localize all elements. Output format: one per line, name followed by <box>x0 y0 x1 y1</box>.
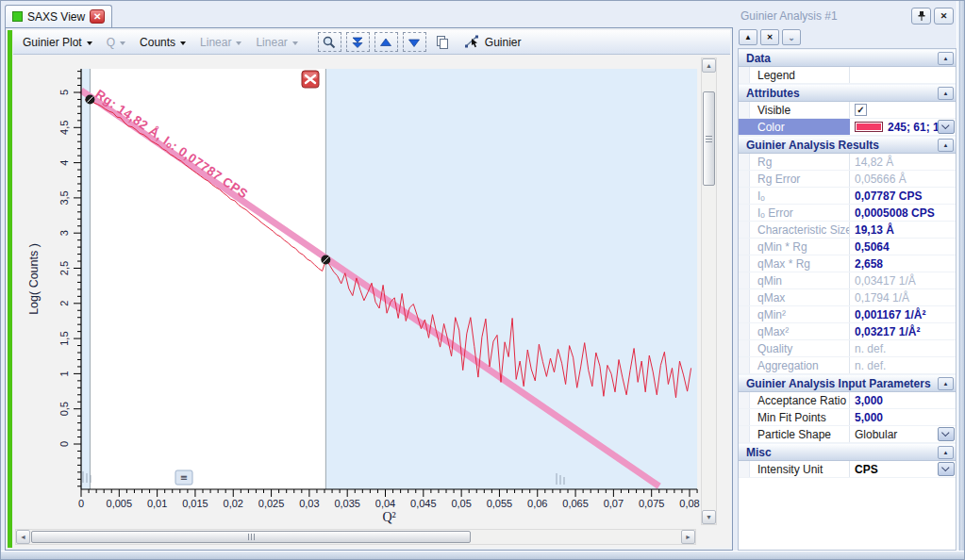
zoom-tool-button[interactable] <box>318 32 341 52</box>
property-value[interactable]: Globular <box>850 426 956 442</box>
row-indent <box>739 239 750 255</box>
property-value[interactable]: 0,0005008 CPS <box>850 205 956 221</box>
property-value[interactable]: 2,658 <box>850 255 956 272</box>
plot-type-dropdown[interactable]: Guinier Plot <box>17 34 98 51</box>
panel-toolbar: ▲ ✕ ⌄ <box>738 26 957 48</box>
fit-range-marker-2[interactable] <box>321 255 330 265</box>
move-down-button[interactable] <box>403 32 426 52</box>
svg-text:0,025: 0,025 <box>258 498 285 509</box>
property-value-text: CPS <box>855 463 878 476</box>
section-title: Guinier Analysis Input Parameters <box>746 377 938 390</box>
tab-close-icon[interactable]: ✕ <box>90 9 105 24</box>
chevron-down-icon <box>292 41 298 45</box>
application-window: SAXS View ✕ Guinier Plot Q Counts Linear <box>0 0 965 560</box>
property-value[interactable]: 0,07787 CPS <box>850 188 956 204</box>
counts-dropdown[interactable]: Counts <box>134 34 191 51</box>
row-indent <box>739 171 750 187</box>
guinier-tool-button[interactable]: Guinier <box>458 32 527 52</box>
svg-text:0,02: 0,02 <box>224 498 243 509</box>
dropdown-button[interactable] <box>938 120 955 134</box>
fit-range-marker-1[interactable] <box>85 94 94 104</box>
color-swatch[interactable] <box>855 122 883 132</box>
property-value[interactable]: 3,000 <box>850 392 956 408</box>
property-row-aggregation: Aggregationn. def. <box>739 357 956 374</box>
copy-button[interactable] <box>431 32 455 52</box>
vertical-scroll-thumb[interactable] <box>703 91 715 186</box>
row-indent <box>739 306 750 322</box>
section-title: Data <box>746 52 938 65</box>
section-header-guinier-analysis-input-parameters: Guinier Analysis Input Parameters▲ <box>739 374 956 392</box>
row-indent <box>739 188 750 204</box>
horizontal-scrollbar[interactable]: ◄ ► <box>15 529 696 545</box>
collapse-all-button[interactable]: ▲ <box>739 29 757 45</box>
tab-saxs-view[interactable]: SAXS View ✕ <box>5 5 112 27</box>
row-indent <box>739 205 750 221</box>
dropdown-button[interactable] <box>938 462 955 476</box>
plot-type-label: Guinier Plot <box>23 36 82 49</box>
panel-menu-button[interactable]: ⌄ <box>782 29 801 45</box>
section-title: Attributes <box>746 87 938 100</box>
scroll-up-button[interactable]: ▲ <box>702 58 716 73</box>
tab-bar: SAXS View ✕ <box>5 5 733 27</box>
row-indent <box>739 340 750 356</box>
property-value[interactable]: 0,03217 1/Å² <box>850 323 956 339</box>
property-value[interactable]: 245; 61; 1... <box>850 119 956 135</box>
collapse-section-button[interactable]: ▲ <box>938 139 954 152</box>
property-label: qMax * Rg <box>750 255 850 272</box>
fit-region[interactable] <box>90 69 325 489</box>
panel-close-button[interactable]: ✕ <box>934 8 954 25</box>
scroll-left-button[interactable]: ◄ <box>16 530 30 544</box>
annotation-close-button[interactable] <box>302 71 319 88</box>
collapse-section-button[interactable]: ▲ <box>938 377 954 390</box>
svg-text:0: 0 <box>78 498 84 509</box>
property-row-i-error: Iₒ Error0,0005008 CPS <box>739 205 956 222</box>
property-value-text: Globular <box>855 428 897 441</box>
visible-checkbox[interactable]: ✓ <box>855 104 867 116</box>
svg-text:0,5: 0,5 <box>58 402 70 416</box>
collapse-all-button[interactable] <box>346 32 370 52</box>
property-value[interactable]: 5,000 <box>850 409 956 425</box>
section-header-guinier-analysis-results: Guinier Analysis Results▲ <box>739 136 956 154</box>
window-bottom-border <box>1 551 964 559</box>
section-header-misc: Misc▲ <box>739 443 956 461</box>
chart-region[interactable]: 00,511,522,533,544,5500,0050,010,0150,02… <box>13 55 730 548</box>
chevron-down-icon <box>87 41 92 45</box>
chevron-down-icon <box>941 463 949 470</box>
guinier-tool-label: Guinier <box>485 36 522 49</box>
svg-text:1: 1 <box>58 371 70 376</box>
property-value-text: 3,000 <box>855 394 883 407</box>
property-label: Iₒ Error <box>750 205 850 221</box>
property-value <box>850 67 956 83</box>
property-value[interactable]: 0,001167 1/Å² <box>850 306 956 322</box>
dropdown-button[interactable] <box>938 427 955 441</box>
property-label: qMax <box>750 289 850 305</box>
pin-icon <box>917 10 926 22</box>
property-value[interactable]: ✓ <box>850 102 956 118</box>
horizontal-scroll-thumb[interactable] <box>31 531 471 543</box>
collapse-section-button[interactable]: ▲ <box>938 446 954 459</box>
collapse-section-button[interactable]: ▲ <box>938 52 954 65</box>
property-label: Visible <box>750 102 850 118</box>
row-indent <box>739 461 750 477</box>
scroll-right-button[interactable]: ► <box>681 530 695 544</box>
property-value-text: 2,658 <box>855 257 883 271</box>
svg-text:0,015: 0,015 <box>182 498 208 509</box>
move-up-button[interactable] <box>374 32 398 52</box>
property-value[interactable]: 0,5064 <box>850 239 956 255</box>
scroll-down-button[interactable]: ▼ <box>702 510 716 524</box>
property-value: n. def. <box>850 357 956 373</box>
view-frame: Guinier Plot Q Counts Linear Linear <box>5 27 733 551</box>
property-value[interactable]: CPS <box>850 461 956 477</box>
property-grid: Data▲LegendAttributes▲Visible✓Color245; … <box>738 48 957 551</box>
row-indent <box>739 154 750 170</box>
panel-title-bar: Guinier Analysis #1 ✕ <box>738 5 957 26</box>
fit-range-grip-button[interactable]: ≡ <box>175 470 192 485</box>
pin-button[interactable] <box>911 8 931 25</box>
vertical-scrollbar[interactable]: ▲ ▼ <box>701 58 717 525</box>
property-row-legend: Legend <box>739 67 956 84</box>
property-value[interactable]: 19,13 Å <box>850 222 956 238</box>
collapse-section-button[interactable]: ▲ <box>938 87 954 100</box>
property-row-acceptance-ratio: Acceptance Ratio3,000 <box>739 392 956 409</box>
property-label: Intensity Unit <box>750 461 850 477</box>
delete-analysis-button[interactable]: ✕ <box>760 29 779 45</box>
